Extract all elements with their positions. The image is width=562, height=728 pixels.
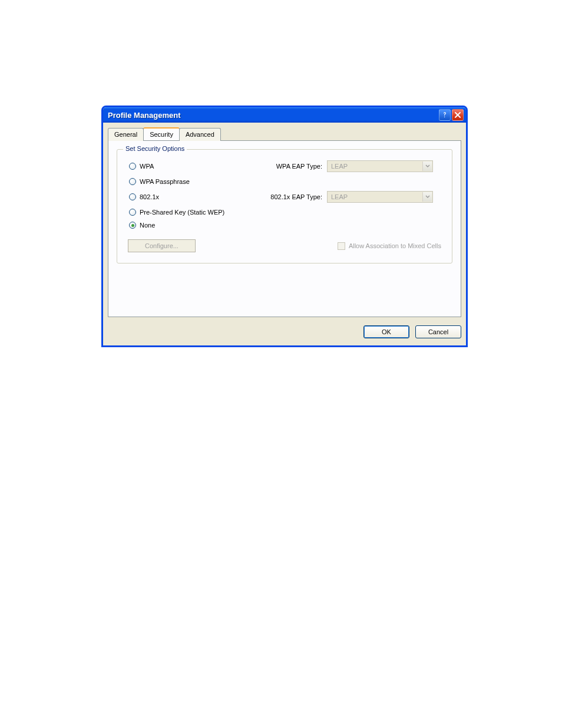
dot1x-eap-select[interactable]: LEAP [327, 191, 433, 203]
fieldset-bottom-row: Configure... Allow Association to Mixed … [125, 231, 444, 252]
radio-none[interactable]: None [129, 222, 247, 229]
help-button[interactable] [439, 109, 451, 121]
radio-wpa[interactable]: WPA [129, 163, 247, 170]
window-title: Profile Management [108, 111, 438, 120]
radio-preshared-key[interactable]: Pre-Shared Key (Static WEP) [129, 209, 247, 216]
titlebar: Profile Management [103, 107, 466, 123]
security-options-group: Set Security Options WPA WPA EAP Type: L… [117, 149, 452, 263]
tab-general[interactable]: General [108, 128, 144, 141]
checkbox-label: Allow Association to Mixed Cells [349, 242, 441, 249]
radio-label: Pre-Shared Key (Static WEP) [140, 209, 224, 216]
combo-value: LEAP [331, 163, 348, 170]
client-area: General Security Advanced Set Security O… [103, 123, 466, 345]
dialog-buttons: OK Cancel [108, 325, 461, 338]
radio-label: None [140, 222, 155, 229]
tab-panel-security: Set Security Options WPA WPA EAP Type: L… [108, 140, 461, 317]
tab-security[interactable]: Security [143, 127, 180, 140]
tab-strip: General Security Advanced [108, 127, 461, 140]
tab-advanced[interactable]: Advanced [179, 128, 221, 141]
radio-icon [129, 163, 136, 170]
radio-label: 802.1x [140, 193, 159, 200]
allow-mixed-cells-checkbox[interactable]: Allow Association to Mixed Cells [338, 242, 441, 250]
radio-wpa-passphrase[interactable]: WPA Passphrase [129, 178, 247, 185]
radio-label: WPA Passphrase [140, 178, 190, 185]
profile-management-window: Profile Management General Security Adva… [101, 106, 468, 347]
radio-icon [129, 222, 136, 229]
dot1x-eap-label: 802.1x EAP Type: [252, 193, 322, 200]
checkbox-icon [338, 242, 345, 250]
close-button[interactable] [452, 109, 464, 121]
cancel-button[interactable]: Cancel [415, 325, 461, 338]
configure-button[interactable]: Configure... [128, 239, 196, 252]
radio-icon [129, 193, 136, 200]
help-icon [441, 111, 448, 118]
radio-8021x[interactable]: 802.1x [129, 193, 247, 200]
wpa-eap-label: WPA EAP Type: [252, 163, 322, 170]
radio-label: WPA [140, 163, 154, 170]
chevron-down-icon [422, 192, 432, 202]
ok-button[interactable]: OK [363, 325, 409, 338]
radio-icon [129, 209, 136, 216]
combo-value: LEAP [331, 193, 348, 200]
radio-icon [129, 178, 136, 185]
options-grid: WPA WPA EAP Type: LEAP WPA Passphrase [125, 157, 444, 231]
fieldset-legend: Set Security Options [123, 145, 187, 152]
wpa-eap-select[interactable]: LEAP [327, 160, 433, 172]
chevron-down-icon [422, 162, 432, 171]
close-icon [454, 111, 461, 118]
